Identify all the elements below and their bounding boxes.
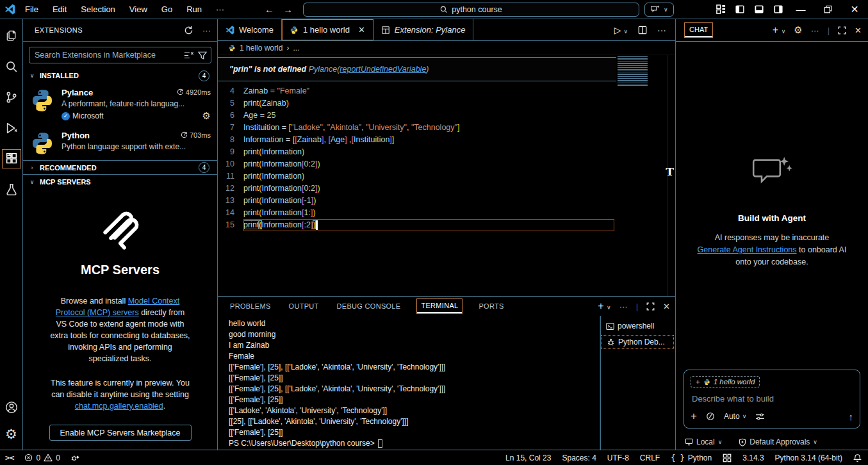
tab-extension-pylance[interactable]: Extension: Pylance bbox=[373, 19, 474, 40]
filter-icon[interactable] bbox=[198, 51, 207, 60]
breadcrumb-more[interactable]: ... bbox=[293, 44, 299, 53]
explorer-icon[interactable] bbox=[3, 27, 20, 45]
more-actions-icon[interactable]: ··· bbox=[811, 26, 819, 35]
breadcrumb-file[interactable]: 1 hello world bbox=[240, 44, 283, 53]
new-terminal-button[interactable]: + ∨ bbox=[598, 300, 610, 312]
extension-item-python[interactable]: Python 703ms Python language support wit… bbox=[23, 126, 217, 160]
encoding[interactable]: UTF-8 bbox=[607, 453, 629, 462]
indentation[interactable]: Spaces: 4 bbox=[562, 453, 596, 462]
more-actions-icon[interactable]: ··· bbox=[619, 302, 628, 311]
menu-run[interactable]: Run bbox=[181, 3, 208, 16]
python-version[interactable]: 3.14.3 bbox=[742, 453, 764, 462]
generate-instructions-link[interactable]: Generate Agent Instructions bbox=[698, 245, 797, 254]
extension-item-pylance[interactable]: Pylance 4920ms A performant, feature-ric… bbox=[23, 83, 217, 126]
session-target[interactable]: Local ∨ bbox=[685, 437, 722, 446]
section-installed[interactable]: ∨ INSTALLED 4 bbox=[23, 69, 217, 83]
language-mode[interactable]: { } Python bbox=[671, 453, 712, 462]
chat-input-box[interactable]: + 1 hello world Describe what to build +… bbox=[684, 370, 860, 428]
code-line[interactable]: 11print(Information) bbox=[218, 170, 675, 183]
forward-arrow-icon[interactable]: → bbox=[283, 4, 293, 15]
menu-view[interactable]: View bbox=[124, 3, 153, 16]
search-sidebar-icon[interactable] bbox=[3, 58, 20, 76]
code-line[interactable]: 10print(Information[0:2]) bbox=[218, 158, 675, 170]
menu-file[interactable]: File bbox=[19, 3, 44, 16]
close-chat-icon[interactable]: ✕ bbox=[855, 26, 862, 35]
run-debug-icon[interactable] bbox=[3, 119, 20, 137]
more-actions-icon[interactable]: ··· bbox=[202, 26, 211, 35]
tab-terminal[interactable]: TERMINAL bbox=[417, 299, 462, 313]
code-line[interactable]: 12print(Information[0:2]) bbox=[218, 183, 675, 195]
attach-icon[interactable]: + bbox=[691, 410, 697, 423]
diagnostic-link[interactable]: reportUndefinedVariable bbox=[340, 65, 426, 74]
tab-output[interactable]: OUTPUT bbox=[288, 300, 320, 313]
python-env-grid-icon[interactable] bbox=[723, 453, 732, 462]
enable-mcp-marketplace-button[interactable]: Enable MCP Servers Marketplace bbox=[49, 425, 192, 441]
python-interpreter[interactable]: Python 3.14 (64-bit) bbox=[775, 453, 842, 462]
context-chip[interactable]: + 1 hello world bbox=[691, 376, 760, 388]
tab-debug-console[interactable]: DEBUG CONSOLE bbox=[336, 300, 402, 313]
minimap[interactable] bbox=[618, 56, 666, 87]
tab-problems[interactable]: PROBLEMS bbox=[229, 300, 272, 313]
approvals-picker[interactable]: Default Approvals ∨ bbox=[739, 437, 817, 446]
chat-input-placeholder[interactable]: Describe what to build bbox=[691, 394, 853, 404]
extensions-search-input[interactable] bbox=[35, 51, 180, 60]
settings-gear-icon[interactable]: ⚙ bbox=[3, 425, 20, 443]
minimize-icon[interactable]: — bbox=[787, 0, 814, 19]
extension-gear-icon[interactable]: ⚙ bbox=[202, 110, 211, 122]
close-tab-icon[interactable]: ✕ bbox=[358, 25, 365, 35]
code-line[interactable]: 15print(Information[:2]) bbox=[218, 219, 675, 231]
tab-ports[interactable]: PORTS bbox=[477, 300, 505, 313]
back-arrow-icon[interactable]: ← bbox=[265, 4, 274, 15]
toggle-secondary-sidebar-icon[interactable] bbox=[773, 4, 783, 14]
tune-sliders-icon[interactable] bbox=[755, 412, 765, 421]
code-line[interactable]: 6Age = 25 bbox=[218, 110, 675, 122]
menu-selection[interactable]: Selection bbox=[75, 3, 120, 16]
mcp-setting-link[interactable]: chat.mcp.gallery.enabled bbox=[75, 402, 163, 411]
section-mcp-servers[interactable]: ∨ MCP SERVERS bbox=[23, 174, 217, 188]
tools-disabled-icon[interactable] bbox=[706, 412, 715, 421]
account-icon[interactable] bbox=[3, 398, 20, 416]
debug-status-icon[interactable] bbox=[70, 453, 80, 462]
testing-icon[interactable] bbox=[3, 181, 20, 199]
restore-icon[interactable] bbox=[814, 0, 841, 19]
menu-go[interactable]: Go bbox=[156, 3, 178, 16]
cursor-position[interactable]: Ln 15, Col 23 bbox=[505, 453, 551, 462]
chat-tab[interactable]: CHAT bbox=[685, 23, 712, 37]
extensions-search-box[interactable] bbox=[29, 47, 211, 63]
code-line[interactable]: 13print(Information[-1]) bbox=[218, 195, 675, 207]
command-center-search[interactable]: python course bbox=[303, 3, 639, 17]
maximize-panel-icon[interactable] bbox=[646, 302, 655, 311]
eol-sequence[interactable]: CRLF bbox=[640, 453, 660, 462]
close-panel-icon[interactable]: ✕ bbox=[663, 302, 670, 311]
remote-indicator[interactable]: >< bbox=[5, 453, 14, 462]
toggle-sidebar-icon[interactable] bbox=[735, 4, 745, 14]
code-line[interactable]: 14print(Information[1:]) bbox=[218, 207, 675, 219]
terminal-instance-python-debug[interactable]: Python Deb... bbox=[601, 335, 674, 349]
run-python-button[interactable]: ▷ ∨ bbox=[614, 25, 628, 35]
refresh-icon[interactable] bbox=[184, 26, 193, 35]
code-line[interactable]: 8Information = [[Zainab], [Age] ,[Instit… bbox=[218, 134, 675, 146]
code-line[interactable]: 5print(Zainab) bbox=[218, 97, 675, 110]
new-chat-button[interactable]: + ∨ bbox=[773, 24, 785, 36]
source-control-icon[interactable] bbox=[3, 88, 20, 106]
breadcrumb[interactable]: 1 hello world › ... bbox=[218, 41, 675, 55]
terminal-output[interactable]: hello worldgood morningI am ZainabFemale… bbox=[218, 316, 600, 450]
code-editor[interactable]: "prin" is not defined Pylance(reportUnde… bbox=[218, 55, 675, 296]
extensions-icon[interactable] bbox=[3, 150, 20, 168]
problems-indicator[interactable]: 0 0 bbox=[24, 453, 60, 462]
code-line[interactable]: 9print(Information) bbox=[218, 146, 675, 158]
send-icon[interactable]: ↑ bbox=[849, 411, 854, 422]
copilot-chat-button[interactable]: ∨ bbox=[644, 3, 674, 17]
code-line[interactable]: 4Zainab = "Female" bbox=[218, 85, 675, 97]
tab-hello-world[interactable]: 1 hello world ✕ bbox=[282, 19, 373, 40]
menu-edit[interactable]: Edit bbox=[47, 3, 72, 16]
code-line[interactable]: 7Instituition = ["Ladoke", "Akintola", "… bbox=[218, 122, 675, 134]
terminal-instance-powershell[interactable]: powershell bbox=[601, 320, 674, 332]
customize-layout-icon[interactable] bbox=[716, 4, 726, 14]
tab-welcome[interactable]: Welcome bbox=[218, 19, 282, 40]
more-actions-icon[interactable]: ··· bbox=[657, 25, 666, 35]
section-recommended[interactable]: › RECOMMENDED 4 bbox=[23, 160, 217, 174]
clear-filter-icon[interactable] bbox=[184, 51, 194, 60]
split-editor-icon[interactable] bbox=[638, 26, 647, 35]
model-picker[interactable]: Auto ∨ bbox=[724, 412, 746, 421]
